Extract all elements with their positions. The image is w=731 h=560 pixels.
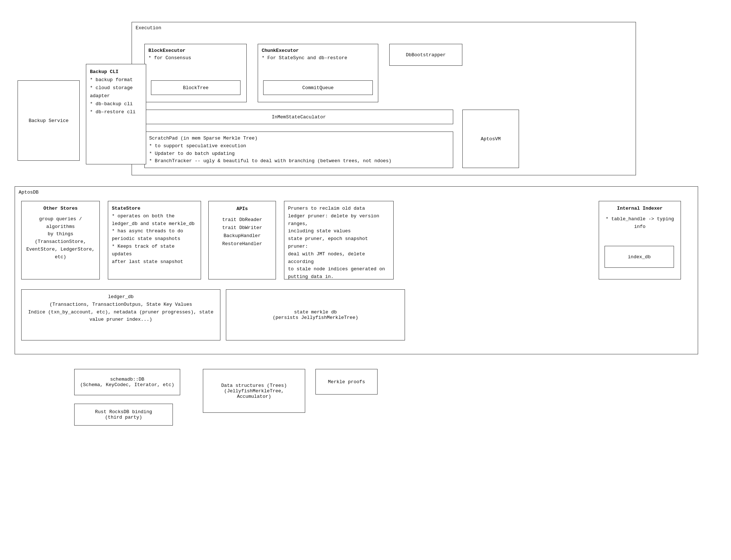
pruners-box: Pruners to reclaim old data ledger prune…	[284, 201, 394, 279]
merkle-proofs-label: Merkle proofs	[328, 379, 365, 385]
internal-indexer-content: Internal Indexer * table_handle -> typin…	[603, 205, 677, 231]
scratchpad-box: ScratchPad (in mem Sparse Merkle Tree) *…	[144, 132, 453, 168]
index-db-box: index_db	[605, 246, 674, 268]
block-tree-label: BlockTree	[183, 85, 208, 91]
pruners-content: Pruners to reclaim old data ledger prune…	[288, 205, 390, 281]
aptos-vm-box: AptosVM	[462, 110, 519, 168]
db-bootstrapper-label: DbBootstrapper	[406, 52, 446, 58]
apis-box: APIs trait DbReader trait DbWriter Backu…	[208, 201, 276, 279]
backup-cli-box: Backup CLI * backup format * cloud stora…	[86, 64, 146, 164]
data-structures-box: Data structures (Trees) (JellyfishMerkle…	[203, 369, 305, 413]
state-store-box: StateStore * operates on both the ledger…	[108, 201, 201, 279]
aptos-vm-label: AptosVM	[481, 136, 501, 142]
block-tree-box: BlockTree	[151, 80, 240, 95]
aptosdb-label: AptosDB	[19, 190, 39, 195]
rust-rocksdb-box: Rust RocksDB binding (third party)	[74, 404, 173, 426]
backup-service-label: Backup Service	[29, 118, 68, 123]
chunk-executor-title: ChunkExecutor * For StateSync and db-res…	[262, 47, 374, 61]
inmem-state-label: InMemStateCaculator	[272, 114, 326, 120]
backup-service-box: Backup Service	[18, 80, 80, 161]
state-store-content: StateStore * operates on both the ledger…	[112, 205, 197, 266]
commit-queue-box: CommitQueue	[263, 80, 373, 95]
other-stores-content: Other Stores group queries / algorithmsb…	[25, 205, 96, 261]
db-bootstrapper-box: DbBootstrapper	[389, 44, 462, 66]
state-merkle-db-box: state merkle db (persists JellyfishMerkl…	[226, 289, 405, 340]
commit-queue-label: CommitQueue	[302, 85, 334, 91]
other-stores-box: Other Stores group queries / algorithmsb…	[21, 201, 100, 279]
ledger-db-content: ledger_db (Transactions, TransactionOutp…	[25, 293, 216, 324]
index-db-label: index_db	[628, 254, 651, 260]
block-executor-title: BlockExecutor * for Consensus	[148, 47, 243, 61]
schemadb-box: schemadb::DB (Schema, KeyCodec, Iterator…	[74, 369, 180, 395]
execution-label: Execution	[136, 25, 161, 31]
ledger-db-box: ledger_db (Transactions, TransactionOutp…	[21, 289, 220, 340]
backup-cli-content: Backup CLI * backup format * cloud stora…	[90, 68, 142, 117]
apis-content: APIs trait DbReader trait DbWriter Backu…	[212, 205, 272, 248]
scratchpad-content: ScratchPad (in mem Sparse Merkle Tree) *…	[149, 135, 448, 165]
merkle-proofs-box: Merkle proofs	[315, 369, 378, 395]
inmem-state-calculator-box: InMemStateCaculator	[144, 110, 453, 124]
